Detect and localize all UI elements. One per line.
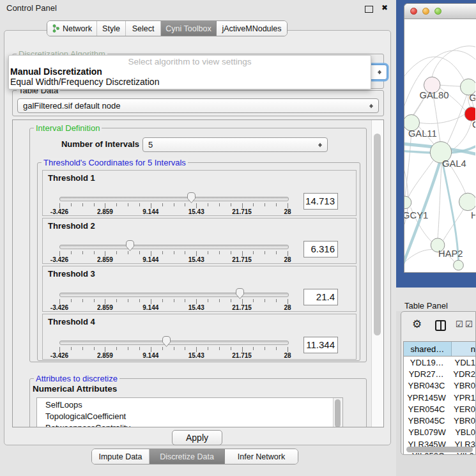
tick-mark xyxy=(151,347,151,352)
cell-shared-name[interactable]: YDR27… xyxy=(404,369,449,379)
cell-name[interactable]: YER0 xyxy=(449,404,475,414)
cell-name[interactable]: YDL1 xyxy=(450,358,475,367)
attribute-list-item[interactable]: SelfLoops xyxy=(37,399,342,411)
table-row[interactable]: YBR045CYBR0 xyxy=(404,415,475,426)
cell-name[interactable]: YDR2 xyxy=(449,369,475,379)
node-label: HAP2 xyxy=(438,249,463,259)
tick-mark xyxy=(82,251,83,254)
tab-discretize-data[interactable]: Discretize Data xyxy=(150,449,225,464)
tab-cyni-toolbox[interactable]: Cyni Toolbox xyxy=(161,21,217,36)
tick-mark xyxy=(288,347,288,352)
slider-track[interactable] xyxy=(59,197,289,201)
threshold-panel-4: Threshold 4-3.4262.8599.14415.4321.71528… xyxy=(42,314,357,360)
threshold-value-field[interactable]: 21.4 xyxy=(303,289,338,305)
column-header-shared-name[interactable]: shared… xyxy=(404,342,452,356)
panel-scrollbar[interactable] xyxy=(371,120,383,427)
tick-label: 9.144 xyxy=(142,208,158,215)
minimize-traffic-light-icon[interactable] xyxy=(422,8,429,15)
tab-select[interactable]: Select xyxy=(126,21,161,36)
float-window-icon[interactable] xyxy=(365,6,373,13)
tick-label: 28 xyxy=(284,304,291,311)
table-row[interactable]: YBR043CYBR0 xyxy=(404,380,475,392)
tab-impute-data[interactable]: Impute Data xyxy=(92,449,150,464)
column-header-name[interactable]: n xyxy=(452,342,475,356)
tick-mark xyxy=(231,299,231,302)
cell-shared-name[interactable]: YBR045C xyxy=(404,416,449,426)
cell-shared-name[interactable]: YBR043C xyxy=(404,381,449,390)
cell-name[interactable]: YPR1 xyxy=(449,393,475,403)
tick-mark xyxy=(219,347,220,350)
table-panel-toolbar: ⚙ ☑ ☑ xyxy=(401,312,475,341)
tick-mark xyxy=(185,251,185,254)
network-node[interactable] xyxy=(454,260,464,270)
zoom-traffic-light-icon[interactable] xyxy=(434,8,441,15)
table-data-select[interactable]: galFiltered.sif default node xyxy=(17,98,379,113)
threshold-value-field[interactable]: 14.713 xyxy=(303,193,338,210)
network-node-h[interactable] xyxy=(459,193,475,211)
slider-thumb[interactable] xyxy=(162,335,171,348)
horizontal-scrollbar[interactable] xyxy=(406,446,474,453)
scrollbar-thumb[interactable] xyxy=(335,399,341,427)
slider-thumb[interactable] xyxy=(187,192,196,204)
table-row[interactable]: YER054CYER0 xyxy=(404,403,475,415)
cell-name[interactable]: YBR0 xyxy=(449,416,475,426)
threshold-value-field[interactable]: 6.316 xyxy=(303,241,338,257)
table-row[interactable]: YBL079WYBL0 xyxy=(404,427,475,438)
tick-label: -3.426 xyxy=(50,352,68,359)
tick-mark xyxy=(82,347,83,350)
network-window-titlebar[interactable] xyxy=(404,4,476,19)
tick-mark xyxy=(253,347,254,350)
node-label: GAL80 xyxy=(420,90,449,100)
tick-mark xyxy=(116,299,117,302)
cell-shared-name[interactable]: YER054C xyxy=(404,404,449,414)
checkbox-icon[interactable]: ☑ xyxy=(456,319,463,329)
close-icon[interactable]: ✖ xyxy=(381,3,388,12)
menu-item-manual-discretization[interactable]: Manual Discretization xyxy=(9,66,371,77)
network-node-c[interactable] xyxy=(464,107,475,121)
table-row[interactable]: YDL19…YDL1 xyxy=(404,357,475,368)
tick-label: -3.426 xyxy=(50,304,68,311)
cell-shared-name[interactable]: YPR145W xyxy=(404,393,449,403)
tick-mark xyxy=(128,203,128,206)
cell-name[interactable]: YBL0 xyxy=(450,427,475,437)
table-row[interactable]: YDR27…YDR2 xyxy=(404,368,475,380)
cell-name[interactable]: YBR0 xyxy=(449,381,475,390)
scrollbar-thumb[interactable] xyxy=(406,447,473,452)
threshold-value-field[interactable]: 11.344 xyxy=(303,337,338,353)
menu-item-equal-width-frequency[interactable]: Equal Width/Frequency Discretization xyxy=(9,77,371,87)
tick-mark xyxy=(219,251,220,254)
slider-thumb[interactable] xyxy=(235,288,245,300)
attribute-list-item[interactable]: TopologicalCoefficient xyxy=(37,411,342,422)
slider-track[interactable] xyxy=(59,293,289,297)
panel-title: Control Panel xyxy=(6,3,57,13)
tab-network[interactable]: Network xyxy=(47,21,97,36)
attributes-group: Attributes to discretize Numerical Attri… xyxy=(29,378,367,427)
attribute-list-item[interactable]: BetweennessCentrality xyxy=(37,422,342,427)
tick-mark xyxy=(242,203,243,208)
slider-track[interactable] xyxy=(59,341,289,345)
gear-icon[interactable]: ⚙ xyxy=(412,319,422,330)
network-node-gcy1[interactable] xyxy=(404,196,411,209)
tick-label: 15.43 xyxy=(188,256,204,263)
cell-shared-name[interactable]: YBL079W xyxy=(404,427,450,437)
slider-thumb[interactable] xyxy=(125,240,135,252)
scrollbar-thumb[interactable] xyxy=(374,134,381,335)
slider-track[interactable] xyxy=(59,245,289,249)
close-traffic-light-icon[interactable] xyxy=(410,8,417,15)
tick-mark xyxy=(162,251,163,254)
tab-style[interactable]: Style xyxy=(97,21,126,36)
num-intervals-select[interactable]: 5 xyxy=(142,137,328,152)
list-scrollbar[interactable] xyxy=(333,398,342,427)
network-edge xyxy=(420,113,466,123)
tick-label: 2.859 xyxy=(97,256,113,263)
tick-label: 2.859 xyxy=(97,352,113,359)
network-canvas[interactable]: GAL80GCGAL11GAL4GCY1HHAP2 xyxy=(404,19,475,273)
split-panel-icon[interactable] xyxy=(435,320,446,331)
checkbox-icon[interactable]: ☑ xyxy=(465,319,473,329)
tab-infer-network[interactable]: Infer Network xyxy=(225,449,298,464)
cell-shared-name[interactable]: YDL19… xyxy=(404,358,450,367)
apply-button[interactable]: Apply xyxy=(172,430,222,445)
table-row[interactable]: YPR145WYPR1 xyxy=(404,392,475,403)
tab-jactivemnodules[interactable]: jActiveMNodules xyxy=(217,21,287,36)
tick-mark xyxy=(208,203,208,206)
